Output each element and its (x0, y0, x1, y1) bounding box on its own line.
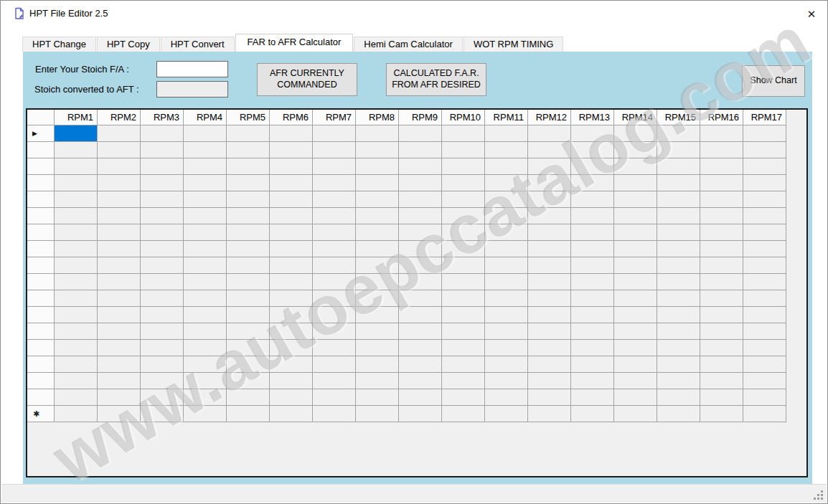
grid-cell[interactable] (55, 191, 98, 208)
grid-cell[interactable] (184, 125, 227, 142)
grid-cell[interactable] (270, 290, 313, 307)
grid-cell[interactable] (184, 307, 227, 323)
column-header-rpm16[interactable]: RPM16 (700, 110, 743, 125)
grid-cell[interactable] (141, 356, 184, 373)
row-header[interactable] (27, 257, 55, 274)
grid-cell[interactable] (399, 373, 442, 389)
grid-cell[interactable] (442, 191, 485, 208)
tab-hemi-cam-calculator[interactable]: Hemi Cam Calculator (354, 37, 463, 52)
grid-cell[interactable] (657, 208, 700, 224)
grid-cell[interactable] (313, 257, 356, 274)
row-header[interactable] (27, 274, 55, 290)
grid-cell[interactable] (657, 323, 700, 340)
grid-cell[interactable] (614, 356, 657, 373)
row-header[interactable] (27, 373, 55, 389)
tab-wot-rpm-timing[interactable]: WOT RPM TIMING (464, 37, 563, 52)
grid-cell[interactable] (743, 175, 786, 191)
grid-cell[interactable] (657, 142, 700, 158)
grid-cell[interactable] (700, 125, 743, 142)
grid-cell[interactable] (743, 224, 786, 241)
grid-cell[interactable] (571, 274, 614, 290)
grid-cell[interactable] (141, 208, 184, 224)
grid-cell[interactable] (98, 356, 141, 373)
grid-cell[interactable] (700, 158, 743, 175)
grid-cell[interactable] (442, 406, 485, 422)
grid-cell[interactable] (571, 158, 614, 175)
grid-cell[interactable] (442, 175, 485, 191)
grid-cell[interactable] (356, 323, 399, 340)
grid-cell[interactable] (700, 274, 743, 290)
grid-cell[interactable] (442, 125, 485, 142)
grid-cell[interactable] (528, 208, 571, 224)
column-header-rpm13[interactable]: RPM13 (571, 110, 614, 125)
grid-cell[interactable] (485, 290, 528, 307)
grid-cell[interactable] (528, 307, 571, 323)
grid-cell[interactable] (571, 373, 614, 389)
grid-cell[interactable] (571, 340, 614, 356)
grid-cell[interactable] (528, 406, 571, 422)
grid-cell[interactable] (571, 356, 614, 373)
grid-cell[interactable] (313, 356, 356, 373)
grid-cell[interactable] (657, 373, 700, 389)
grid-cell[interactable] (614, 323, 657, 340)
grid-cell[interactable] (356, 241, 399, 257)
grid-cell[interactable] (528, 158, 571, 175)
grid-cell[interactable] (485, 406, 528, 422)
grid-cell[interactable] (270, 340, 313, 356)
grid-cell[interactable] (184, 224, 227, 241)
grid-cell[interactable] (270, 373, 313, 389)
grid-cell[interactable] (571, 125, 614, 142)
grid-cell[interactable] (743, 125, 786, 142)
grid-cell[interactable] (313, 191, 356, 208)
column-header-rpm7[interactable]: RPM7 (313, 110, 356, 125)
grid-cell[interactable] (571, 406, 614, 422)
grid-cell[interactable] (614, 142, 657, 158)
grid-cell[interactable] (485, 125, 528, 142)
grid-cell[interactable] (657, 257, 700, 274)
grid-cell[interactable] (356, 406, 399, 422)
grid-cell[interactable] (657, 125, 700, 142)
grid-cell[interactable] (485, 158, 528, 175)
grid-cell[interactable] (442, 373, 485, 389)
grid-cell[interactable] (270, 224, 313, 241)
grid-cell[interactable] (442, 158, 485, 175)
grid-cell[interactable] (55, 274, 98, 290)
grid-cell[interactable] (657, 406, 700, 422)
grid-cell[interactable] (98, 158, 141, 175)
grid-cell[interactable] (313, 274, 356, 290)
grid-cell[interactable] (227, 373, 270, 389)
grid-cell[interactable] (700, 389, 743, 406)
grid-cell[interactable] (55, 208, 98, 224)
grid-cell[interactable] (141, 290, 184, 307)
grid-cell[interactable] (399, 406, 442, 422)
column-header-rpm15[interactable]: RPM15 (657, 110, 700, 125)
grid-cell[interactable] (571, 257, 614, 274)
grid-cell[interactable] (356, 125, 399, 142)
grid-cell[interactable] (98, 274, 141, 290)
grid-cell[interactable] (270, 125, 313, 142)
row-header[interactable] (27, 158, 55, 175)
grid-cell[interactable] (743, 389, 786, 406)
afr-currently-commanded-button[interactable]: AFR CURRENTLY COMMANDED (257, 63, 357, 96)
row-header[interactable] (27, 356, 55, 373)
grid-cell[interactable] (485, 340, 528, 356)
grid-cell[interactable] (743, 340, 786, 356)
grid-cell[interactable] (485, 373, 528, 389)
row-header[interactable] (27, 142, 55, 158)
grid-cell[interactable] (270, 208, 313, 224)
row-header[interactable] (27, 290, 55, 307)
grid-cell[interactable] (313, 389, 356, 406)
grid-cell[interactable] (442, 208, 485, 224)
grid-cell[interactable] (227, 175, 270, 191)
grid-cell[interactable] (614, 125, 657, 142)
grid-cell[interactable] (657, 158, 700, 175)
grid-cell[interactable] (700, 373, 743, 389)
grid-cell[interactable] (657, 356, 700, 373)
grid-cell[interactable] (657, 224, 700, 241)
grid-cell[interactable] (442, 307, 485, 323)
grid-cell[interactable] (98, 340, 141, 356)
grid-cell[interactable] (614, 274, 657, 290)
grid-cell[interactable] (55, 389, 98, 406)
grid-cell[interactable] (700, 323, 743, 340)
grid-cell[interactable] (700, 224, 743, 241)
